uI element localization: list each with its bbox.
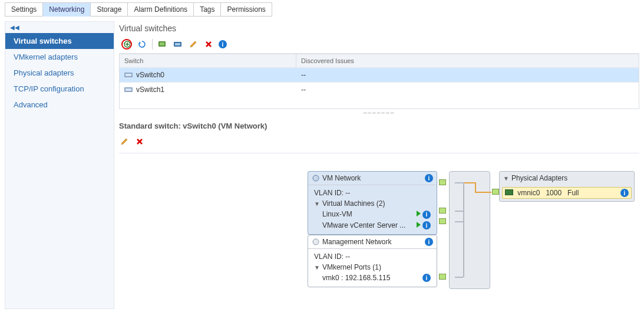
topology-diagram: VM Network i VLAN ID: -- ▼Virtual Machin… [119,165,639,309]
svg-rect-13 [126,88,131,91]
vm-name[interactable]: VMware vCenter Server ... [322,221,405,229]
expand-toggle-icon[interactable]: ▼ [314,264,320,271]
nic-duplex: Full [567,189,579,197]
vlan-label: VLAN ID: -- [314,189,350,197]
switch-issues: -- [296,83,639,97]
section-title: Virtual switches [119,21,639,35]
column-discovered-issues[interactable]: Discovered Issues [296,54,639,67]
port-icon [439,218,446,224]
info-icon[interactable]: i [422,221,431,229]
edit-icon[interactable] [119,136,130,147]
svg-rect-7 [175,43,180,45]
tab-storage[interactable]: Storage [90,2,128,17]
svg-point-16 [313,175,319,181]
connector-line [455,182,463,183]
switch-issues: -- [296,68,639,82]
vmk-group-label: VMkernel Ports (1) [322,263,381,271]
nic-name: vmnic0 [517,189,540,197]
connector-line-active [475,192,491,193]
column-switch[interactable]: Switch [120,54,296,67]
connector-line [455,211,463,212]
tab-networking[interactable]: Networking [42,2,91,17]
poweron-icon [417,211,421,216]
delete-icon[interactable] [203,39,214,50]
sidebar-item-virtual-switches[interactable]: Virtual switches [5,33,114,49]
vswitch-spine [449,171,490,289]
svg-point-17 [313,239,319,245]
poweron-icon [417,222,421,228]
vlan-label: VLAN ID: -- [314,252,350,261]
connector-line-active [475,182,476,192]
expand-toggle-icon[interactable]: ▼ [503,175,509,182]
switches-table: Switch Discovered Issues vSwitch0 -- vSw… [119,54,639,109]
portgroup-icon [312,238,320,246]
connector-line-active [464,182,476,183]
info-icon[interactable]: i [219,40,227,48]
edit-icon[interactable] [188,39,199,50]
physical-adapters-box[interactable]: ▼ Physical Adapters vmnic0 1000 Full i [499,171,635,202]
port-icon [439,208,446,214]
svg-rect-11 [126,74,131,76]
table-row[interactable]: vSwitch0 -- [120,67,639,82]
portgroup-vm-network[interactable]: VM Network i VLAN ID: -- ▼Virtual Machin… [308,171,437,235]
port-icon [439,274,446,280]
portgroup-icon [312,174,320,182]
detail-toolbar [119,134,639,153]
physical-nic-row[interactable]: vmnic0 1000 Full i [502,187,632,199]
phys-adapters-title: Physical Adapters [511,174,567,182]
add-network-icon[interactable] [121,39,132,50]
connector-line [455,221,463,222]
tab-settings[interactable]: Settings [5,2,43,17]
vswitch-icon [124,71,133,78]
migrate-icon[interactable] [157,39,168,50]
connector-line [463,182,464,277]
sidebar: ◀◀ Virtual switches VMkernel adapters Ph… [5,21,114,309]
sidebar-item-vmkernel-adapters[interactable]: VMkernel adapters [5,49,114,65]
collapse-sidebar-button[interactable]: ◀◀ [5,22,114,33]
portgroup-title: Management Network [322,238,391,246]
delete-icon[interactable] [134,136,145,147]
vm-name[interactable]: Linux-VM [322,210,352,218]
tab-alarm-definitions[interactable]: Alarm Definitions [127,2,194,17]
resize-handle[interactable]: ═══════ [119,109,639,117]
manage-host-icon[interactable] [173,39,183,50]
port-icon [439,179,446,185]
info-icon[interactable]: i [425,238,433,246]
portgroup-title: VM Network [322,174,361,182]
table-row[interactable]: vSwitch1 -- [120,82,639,97]
switch-name: vSwitch1 [136,86,164,94]
expand-toggle-icon[interactable]: ▼ [314,201,320,207]
tab-permissions[interactable]: Permissions [220,2,272,17]
switches-toolbar: i [119,35,639,54]
nic-icon [505,189,513,195]
sidebar-item-tcpip-configuration[interactable]: TCP/IP configuration [5,81,114,97]
tab-bar: Settings Networking Storage Alarm Defini… [0,0,644,17]
tab-tags[interactable]: Tags [193,2,221,17]
nic-speed: 1000 [546,189,562,197]
vswitch-icon [124,86,133,93]
portgroup-management-network[interactable]: Management Network i VLAN ID: -- ▼VMkern… [308,235,437,287]
svg-rect-5 [160,42,164,45]
toolbar-divider [152,39,153,50]
port-icon [492,189,499,195]
sidebar-item-advanced[interactable]: Advanced [5,97,114,113]
info-icon[interactable]: i [425,174,433,182]
vm-group-label: Virtual Machines (2) [322,199,385,208]
detail-title: Standard switch: vSwitch0 (VM Network) [119,117,639,134]
info-icon[interactable]: i [422,211,431,219]
switch-name: vSwitch0 [136,71,164,79]
sidebar-item-physical-adapters[interactable]: Physical adapters [5,65,114,81]
info-icon[interactable]: i [620,189,629,197]
info-icon[interactable]: i [422,274,431,282]
connector-line [455,277,463,278]
vmk-port[interactable]: vmk0 : 192.168.5.115 [322,274,390,282]
refresh-icon[interactable] [137,39,147,50]
